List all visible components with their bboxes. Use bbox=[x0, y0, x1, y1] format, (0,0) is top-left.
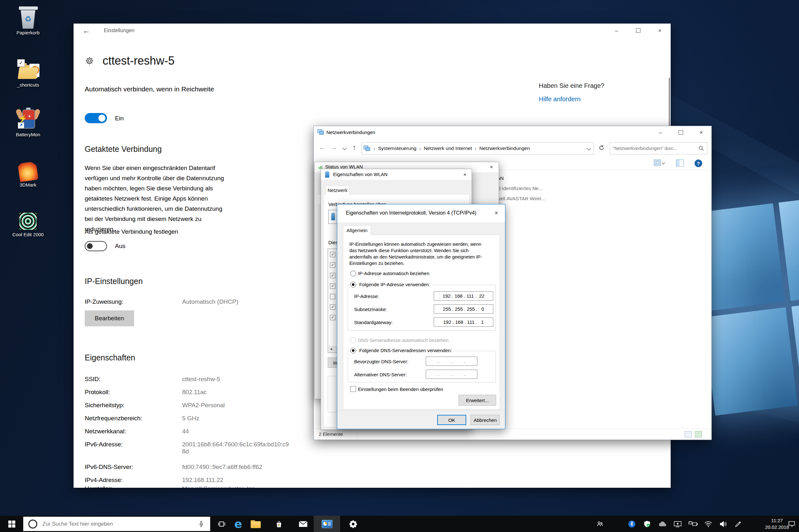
cancel-button[interactable]: Abbrechen bbox=[471, 415, 500, 425]
mail-button[interactable] bbox=[296, 516, 311, 532]
help-link[interactable]: Hilfe anfordern bbox=[539, 96, 581, 103]
help-icon[interactable]: ? bbox=[695, 159, 702, 167]
subnet-mask-field[interactable]: 255 . 255 . 255 . 0 bbox=[434, 304, 493, 314]
intro-text: IP-Einstellungen können automatisch zuge… bbox=[349, 241, 490, 266]
details-view-icon[interactable] bbox=[685, 431, 692, 437]
nav-forward-icon[interactable]: → bbox=[330, 143, 337, 152]
component-checkbox[interactable]: ✓ bbox=[330, 315, 335, 320]
close-button[interactable]: × bbox=[691, 126, 711, 139]
desktop-icon-recycle-bin[interactable]: ♻ Papierkorb bbox=[9, 4, 47, 35]
radio-use-ip[interactable] bbox=[350, 282, 356, 287]
advanced-button[interactable]: Erweitert... bbox=[459, 395, 496, 405]
people-icon[interactable] bbox=[593, 516, 607, 532]
maximize-button[interactable] bbox=[627, 23, 649, 38]
nav-back-icon[interactable]: ← bbox=[319, 143, 326, 152]
battery-icon[interactable] bbox=[686, 516, 700, 532]
desktop-icon-label: _shortcuts bbox=[9, 82, 47, 88]
bluetooth-icon[interactable] bbox=[625, 516, 639, 532]
store-button[interactable] bbox=[271, 516, 287, 532]
explorer-search-box[interactable] bbox=[610, 142, 707, 154]
metered-toggle[interactable] bbox=[85, 241, 107, 251]
tab-page: IP-Einstellungen können automatisch zuge… bbox=[343, 235, 500, 410]
maximize-button[interactable] bbox=[671, 126, 691, 139]
preview-pane-icon[interactable] bbox=[676, 159, 684, 167]
defender-icon[interactable] bbox=[640, 516, 654, 532]
store-icon bbox=[274, 519, 283, 529]
breadcrumb-item[interactable]: Netzwerkverbindungen bbox=[478, 146, 531, 151]
explorer-titlebar: Netzwerkverbindungen – × bbox=[314, 126, 711, 139]
address-dropdown-chevron-icon[interactable] bbox=[587, 146, 591, 151]
folder-icon bbox=[251, 520, 260, 528]
taskbar-search-input[interactable] bbox=[42, 520, 197, 528]
dialog-titlebar: Eigenschaften von Internetprotokoll, Ver… bbox=[337, 204, 505, 222]
tab-allgemein[interactable]: Allgemein bbox=[343, 225, 371, 235]
settings-titlebar: ← Einstellungen – × bbox=[74, 23, 671, 38]
component-checkbox[interactable]: ✓ bbox=[330, 283, 335, 289]
pen-icon[interactable] bbox=[731, 516, 745, 532]
desktop-icon-3dmark[interactable]: 3DMark bbox=[9, 157, 47, 188]
desktop-icon-shortcuts[interactable]: ✓ _shortcuts bbox=[9, 57, 47, 88]
breadcrumb-item[interactable]: Systemsteuerung bbox=[377, 146, 418, 151]
address-bar[interactable]: › Systemsteuerung › Netzwerk und Interne… bbox=[361, 142, 594, 154]
radio-auto-ip[interactable] bbox=[350, 271, 356, 276]
component-checkbox[interactable] bbox=[330, 294, 335, 299]
breadcrumb-item[interactable]: Netzwerk und Internet bbox=[423, 146, 474, 151]
component-checkbox[interactable]: ✓ bbox=[330, 262, 335, 268]
component-checkbox[interactable]: ✓ bbox=[330, 304, 335, 310]
task-view-button[interactable] bbox=[214, 516, 229, 532]
close-button[interactable]: × bbox=[649, 23, 671, 38]
alternate-dns-field[interactable]: . . . bbox=[426, 369, 477, 379]
nav-up-icon[interactable]: ↑ bbox=[353, 143, 356, 152]
microphone-icon[interactable] bbox=[197, 520, 205, 528]
component-checkbox[interactable]: ✓ bbox=[330, 273, 335, 278]
dialog-titlebar: Eigenschaften von WLAN × bbox=[321, 169, 472, 180]
taskbar-search-box[interactable] bbox=[23, 517, 210, 531]
tab-netzwerk[interactable]: Netzwerk bbox=[325, 186, 350, 195]
radio-use-dns[interactable] bbox=[350, 348, 356, 354]
explorer-window-title: Netzwerkverbindungen bbox=[326, 130, 375, 135]
validate-label[interactable]: Einstellungen beim Beenden überprüfen bbox=[358, 386, 443, 392]
wifi-icon[interactable] bbox=[701, 516, 715, 532]
file-explorer-button[interactable] bbox=[248, 516, 263, 532]
start-button[interactable] bbox=[0, 516, 23, 532]
settings-button[interactable] bbox=[345, 516, 361, 532]
minimize-button[interactable]: – bbox=[606, 23, 627, 38]
ip-address-field[interactable]: 192 . 168 . 111 . 22 bbox=[434, 291, 493, 301]
view-tiles-icon[interactable] bbox=[654, 159, 665, 166]
minimize-button[interactable]: – bbox=[650, 126, 671, 139]
volume-icon[interactable] bbox=[717, 516, 730, 532]
project-display-icon[interactable] bbox=[671, 516, 685, 532]
thumbnail-view-icon[interactable] bbox=[695, 431, 702, 437]
nav-history-chevron-icon[interactable] bbox=[342, 146, 347, 150]
close-icon[interactable]: × bbox=[463, 172, 467, 178]
explorer-search-input[interactable] bbox=[610, 146, 698, 151]
search-icon[interactable] bbox=[698, 145, 704, 152]
desktop-icon-batterymon[interactable]: + ⚡ BatteryMon bbox=[9, 106, 47, 137]
refresh-icon[interactable] bbox=[598, 145, 605, 152]
radio-use-ip-label[interactable]: Folgende IP-Adresse verwenden: bbox=[358, 282, 432, 287]
metered-heading: Getaktete Verbindung bbox=[85, 145, 162, 154]
gateway-field[interactable]: 192 . 168 . 111 . 1 bbox=[434, 318, 493, 327]
tcpip4-properties-dialog: Eigenschaften von Internetprotokoll, Ver… bbox=[337, 204, 506, 429]
component-checkbox[interactable]: ✓ bbox=[330, 252, 335, 257]
property-row: Sicherheitstyp:WPA2-Personal bbox=[85, 402, 125, 409]
auto-connect-toggle[interactable] bbox=[85, 113, 107, 123]
onedrive-icon[interactable] bbox=[655, 516, 669, 532]
radio-auto-ip-label[interactable]: IP-Adresse automatisch beziehen bbox=[358, 271, 429, 276]
edge-button[interactable]: e bbox=[231, 516, 246, 532]
close-icon[interactable]: × bbox=[490, 164, 493, 170]
edit-button[interactable]: Bearbeiten bbox=[85, 310, 134, 326]
control-panel-button[interactable] bbox=[314, 516, 340, 532]
validate-checkbox[interactable] bbox=[350, 386, 356, 392]
adapter-icon bbox=[331, 213, 335, 220]
preferred-dns-field[interactable]: . . . bbox=[426, 357, 477, 366]
ok-button[interactable]: OK bbox=[437, 415, 466, 425]
radio-use-dns-label[interactable]: Folgende DNS-Serveradressen verwenden: bbox=[358, 348, 453, 353]
property-row: IPv4-Adresse:192.168.111.22 bbox=[85, 477, 122, 483]
close-icon[interactable]: × bbox=[495, 209, 498, 216]
action-center-icon[interactable] bbox=[785, 516, 799, 532]
wlan-adapter-icon bbox=[325, 171, 329, 178]
back-arrow-icon[interactable]: ← bbox=[82, 26, 90, 35]
desktop-icon-cool-edit[interactable]: Cool Edit 2000 bbox=[9, 206, 47, 237]
properties-heading: Eigenschaften bbox=[85, 353, 135, 362]
